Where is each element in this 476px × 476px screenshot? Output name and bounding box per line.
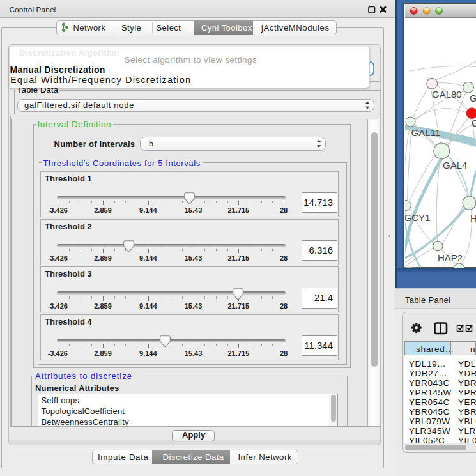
svg-text:HAP2: HAP2 [438,252,463,263]
svg-text:GA: GA [470,92,476,103]
svg-text:GCY1: GCY1 [405,212,430,223]
svg-text:GAL80: GAL80 [432,88,462,99]
svg-text:HA: HA [470,212,476,223]
svg-text:CY: CY [472,117,476,128]
svg-text:GAL4: GAL4 [443,159,467,170]
svg-text:GAL11: GAL11 [411,127,440,137]
